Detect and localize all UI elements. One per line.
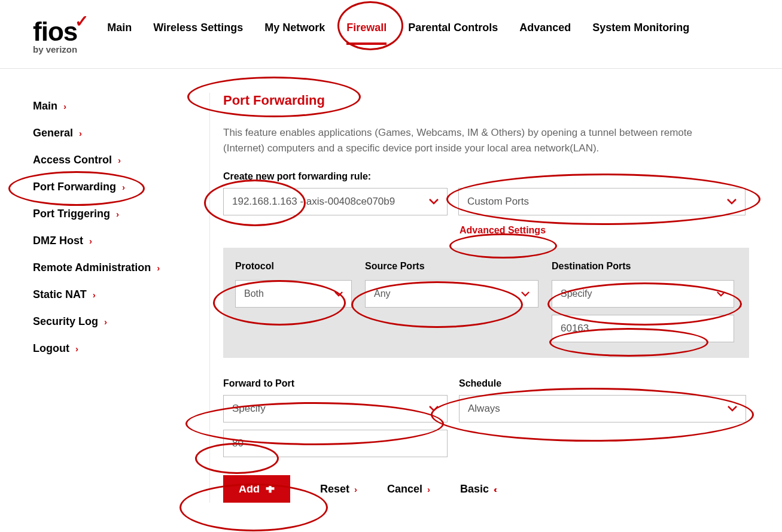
chevron-down-icon: [429, 199, 439, 205]
chevron-down-icon: [728, 406, 737, 412]
cancel-button[interactable]: Cancel ›: [387, 483, 430, 495]
forward-to-port-label: Forward to Port: [223, 378, 448, 389]
protocol-label: Protocol: [235, 261, 352, 272]
destination-ports-value: Specify: [561, 288, 592, 299]
logo-word: fios: [33, 17, 77, 46]
sidebar-item-label: Access Control: [33, 154, 112, 166]
protocol-select-value: Both: [244, 288, 264, 299]
cancel-label: Cancel: [387, 483, 422, 495]
nav-wireless-settings[interactable]: Wireless Settings: [153, 22, 243, 41]
chevron-right-icon: ›: [93, 290, 96, 300]
sidebar-item-main[interactable]: Main›: [33, 93, 171, 120]
chevron-left-double-icon: ‹‹: [494, 484, 495, 494]
sidebar-item-dmz-host[interactable]: DMZ Host›: [33, 227, 171, 254]
chevron-down-icon: [334, 291, 343, 297]
nav-main[interactable]: Main: [107, 22, 132, 41]
destination-ports-label: Destination Ports: [552, 261, 734, 272]
chevron-down-icon: [717, 291, 725, 297]
chevron-right-icon: ›: [157, 263, 160, 273]
forward-to-port-value: Specify: [232, 403, 266, 415]
chevron-right-icon: ›: [118, 155, 121, 165]
sidebar-item-label: Port Triggering: [33, 208, 110, 220]
layout: Main› General› Access Control› Port Forw…: [0, 69, 782, 527]
create-rule-label: Create new port forwarding rule:: [223, 171, 749, 182]
check-icon: ✓: [75, 14, 88, 29]
add-button[interactable]: Add ✚: [223, 475, 290, 503]
sidebar-item-label: Security Log: [33, 315, 98, 328]
source-ports-select[interactable]: Any: [365, 280, 538, 308]
sidebar: Main› General› Access Control› Port Forw…: [33, 93, 171, 503]
chevron-right-icon: ›: [79, 128, 82, 138]
nav-firewall[interactable]: Firewall: [346, 22, 387, 41]
plus-icon: ✚: [266, 482, 275, 495]
sidebar-item-static-nat[interactable]: Static NAT›: [33, 281, 171, 308]
chevron-down-icon: [429, 406, 439, 412]
schedule-label: Schedule: [459, 378, 746, 389]
chevron-right-icon: ›: [63, 101, 66, 111]
add-button-label: Add: [239, 483, 260, 495]
nav-advanced[interactable]: Advanced: [519, 22, 571, 41]
sidebar-item-port-forwarding[interactable]: Port Forwarding›: [33, 174, 171, 200]
sidebar-item-label: Remote Administration: [33, 262, 151, 274]
sidebar-item-label: Port Forwarding: [33, 181, 116, 193]
reset-label: Reset: [320, 483, 349, 495]
chevron-right-icon: ›: [89, 236, 92, 246]
basic-label: Basic: [460, 483, 489, 495]
logo: fios ✓ by verizon: [33, 20, 77, 55]
application-select-value: Custom Ports: [467, 196, 529, 208]
destination-ports-select[interactable]: Specify: [552, 280, 734, 308]
nav-parental-controls[interactable]: Parental Controls: [408, 22, 498, 41]
protocol-panel: Protocol Both Source Ports Any Destinati…: [223, 248, 749, 358]
chevron-right-icon: ›: [75, 343, 78, 354]
nav-my-network[interactable]: My Network: [264, 22, 325, 41]
sidebar-item-general[interactable]: General›: [33, 120, 171, 147]
device-select[interactable]: 192.168.1.163 - axis-00408ce070b9: [223, 188, 448, 215]
destination-port-input[interactable]: [552, 315, 734, 342]
source-ports-label: Source Ports: [365, 261, 538, 272]
sidebar-item-port-triggering[interactable]: Port Triggering›: [33, 200, 171, 227]
chevron-right-icon: ›: [427, 484, 430, 494]
basic-button[interactable]: Basic ‹‹: [460, 483, 495, 495]
chevron-down-icon: [521, 291, 530, 297]
main-content: Port Forwarding This feature enables app…: [209, 93, 749, 503]
chevron-down-icon: [727, 199, 737, 205]
protocol-select[interactable]: Both: [235, 280, 352, 308]
schedule-value: Always: [468, 403, 500, 415]
forward-to-port-select[interactable]: Specify: [223, 395, 448, 422]
sidebar-item-label: Main: [33, 100, 57, 113]
nav-system-monitoring[interactable]: System Monitoring: [592, 22, 689, 41]
chevron-right-icon: ›: [354, 484, 357, 494]
top-bar: fios ✓ by verizon Main Wireless Settings…: [0, 0, 782, 69]
chevron-right-icon: ›: [104, 317, 107, 327]
action-bar: Add ✚ Reset › Cancel › Basic ‹‹: [223, 475, 749, 503]
chevron-right-icon: ›: [116, 209, 119, 219]
application-select[interactable]: Custom Ports: [458, 188, 746, 215]
device-select-value: 192.168.1.163 - axis-00408ce070b9: [232, 196, 395, 208]
forward-to-port-input[interactable]: [223, 430, 448, 457]
advanced-settings-link[interactable]: Advanced Settings: [460, 225, 546, 236]
logo-text: fios ✓: [33, 20, 77, 44]
sidebar-item-security-log[interactable]: Security Log›: [33, 308, 171, 335]
sidebar-item-logout[interactable]: Logout›: [33, 335, 171, 362]
sidebar-item-remote-administration[interactable]: Remote Administration›: [33, 254, 171, 281]
sidebar-item-label: General: [33, 127, 73, 139]
sidebar-item-label: DMZ Host: [33, 235, 83, 247]
schedule-select[interactable]: Always: [459, 395, 746, 422]
reset-button[interactable]: Reset ›: [320, 483, 357, 495]
sidebar-item-access-control[interactable]: Access Control›: [33, 147, 171, 174]
top-nav: Main Wireless Settings My Network Firewa…: [107, 22, 689, 41]
chevron-right-icon: ›: [122, 182, 125, 192]
source-ports-value: Any: [374, 288, 391, 299]
sidebar-item-label: Logout: [33, 342, 69, 355]
page-description: This feature enables applications (Games…: [223, 125, 726, 156]
sidebar-item-label: Static NAT: [33, 288, 87, 301]
logo-subtext: by verizon: [33, 44, 77, 54]
page-title: Port Forwarding: [223, 93, 749, 108]
